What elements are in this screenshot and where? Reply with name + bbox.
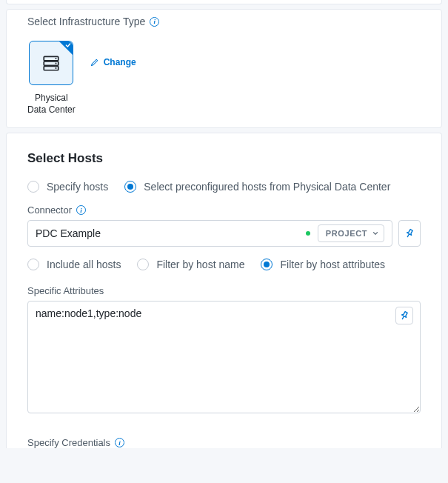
radio-specify-hosts[interactable]: Specify hosts — [27, 181, 108, 193]
credentials-label: Specify Credentials i — [27, 437, 421, 448]
check-icon — [65, 42, 71, 48]
infra-section-title: Select Infrastructure Type i — [27, 16, 421, 27]
hosts-card: Select Hosts Specify hosts Select precon… — [6, 133, 442, 448]
infra-tile-box — [29, 41, 73, 85]
tile-label-line1: Physical — [35, 93, 68, 103]
radio-icon — [261, 259, 273, 270]
status-dot-icon — [306, 231, 310, 236]
radio-include-all[interactable]: Include all hosts — [27, 259, 121, 270]
radio-icon — [137, 259, 149, 270]
infra-title-text: Select Infrastructure Type — [27, 16, 145, 27]
radio-label: Filter by host name — [156, 259, 244, 270]
info-icon[interactable]: i — [150, 17, 159, 27]
svg-point-4 — [56, 63, 57, 64]
connector-value: PDC Example — [36, 227, 298, 239]
tile-label-line2: Data Center — [27, 104, 76, 115]
radio-icon — [27, 181, 39, 193]
attributes-label: Specific Attributes — [27, 285, 421, 296]
radio-label: Select preconfigured hosts from Physical… — [144, 181, 390, 193]
pin-button[interactable] — [395, 307, 413, 324]
hosts-heading: Select Hosts — [27, 151, 421, 166]
change-label: Change — [104, 57, 136, 67]
pin-button[interactable] — [398, 220, 421, 247]
attributes-box — [27, 301, 421, 416]
radio-filter-name[interactable]: Filter by host name — [137, 259, 244, 270]
info-icon[interactable]: i — [115, 438, 124, 447]
hosts-source-radio-row: Specify hosts Select preconfigured hosts… — [27, 181, 421, 193]
change-button[interactable]: Change — [90, 57, 136, 67]
radio-icon — [124, 181, 136, 193]
infra-tile-label: Physical Data Center — [27, 93, 76, 116]
credentials-label-text: Specify Credentials — [27, 437, 110, 448]
attributes-input[interactable] — [27, 301, 421, 413]
previous-card-bottom — [6, 0, 442, 4]
connector-select[interactable]: PDC Example PROJECT — [27, 220, 392, 247]
infra-tile-pdc[interactable]: Physical Data Center — [27, 41, 76, 116]
svg-point-5 — [56, 67, 57, 69]
pencil-icon — [90, 58, 99, 67]
radio-label: Filter by host attributes — [280, 259, 385, 270]
pin-icon — [399, 310, 409, 321]
hosts-filter-radio-row: Include all hosts Filter by host name Fi… — [27, 259, 421, 270]
radio-label: Specify hosts — [47, 181, 108, 193]
scope-label: PROJECT — [326, 229, 367, 238]
radio-label: Include all hosts — [47, 259, 121, 270]
infra-row: Physical Data Center Change — [27, 41, 421, 116]
scope-badge[interactable]: PROJECT — [318, 224, 384, 242]
radio-preconfigured-hosts[interactable]: Select preconfigured hosts from Physical… — [124, 181, 390, 193]
connector-row: PDC Example PROJECT — [27, 220, 421, 247]
connector-label: Connector i — [27, 204, 421, 216]
radio-icon — [27, 259, 39, 270]
infra-card: Select Infrastructure Type i Physical Da… — [6, 9, 442, 128]
chevron-down-icon — [372, 230, 379, 237]
pin-icon — [404, 228, 415, 239]
server-icon — [41, 53, 61, 73]
connector-label-text: Connector — [27, 204, 72, 216]
info-icon[interactable]: i — [76, 205, 86, 215]
radio-filter-attr[interactable]: Filter by host attributes — [261, 259, 385, 270]
svg-point-3 — [56, 58, 57, 59]
